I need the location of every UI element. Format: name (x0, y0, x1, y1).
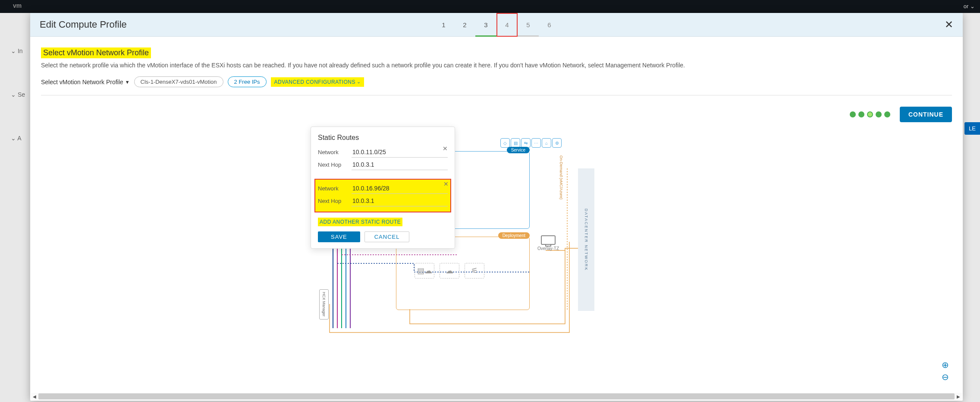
horizontal-scrollbar[interactable]: ◀ ▶ (31, 393, 962, 400)
header-right-cluster: CONTINUE (850, 107, 952, 122)
cancel-button[interactable]: CANCEL (364, 231, 410, 242)
close-icon[interactable]: ✕ (945, 19, 953, 31)
step-6[interactable]: 6 (539, 13, 560, 37)
advanced-configurations-toggle[interactable]: ADVANCED CONFIGURATIONS ⌄ (271, 77, 364, 87)
zoom-controls: ⊕ ⊖ (940, 360, 950, 381)
service-badge: Service (507, 147, 530, 153)
network-input[interactable] (352, 147, 448, 158)
hex-icon: ⚙ (552, 138, 562, 148)
chevron-down-icon[interactable]: ▼ (125, 79, 130, 85)
hcx-manager-box: HCX Manager (319, 289, 329, 320)
status-dot (884, 111, 890, 117)
vmware-logo: vm (13, 2, 22, 9)
background-right-badge: LE (964, 122, 980, 135)
network-input[interactable] (352, 183, 448, 194)
step-4[interactable]: 4 (496, 13, 518, 37)
profile-select-label: Select vMotion Network Profile ▼ (41, 79, 130, 85)
add-static-route-button[interactable]: ADD ANOTHER STATIC ROUTE (318, 218, 402, 226)
section-description: Select the network profile via which the… (41, 62, 952, 69)
hex-icon: ⇆ (521, 138, 531, 148)
hex-icon: ⋯ (531, 138, 541, 148)
deployment-badge: Deployment (498, 232, 530, 239)
popup-title: Static Routes (318, 134, 448, 142)
hex-icon: ⌂ (542, 138, 551, 148)
nexthop-input[interactable] (352, 159, 448, 170)
chevron-down-icon: ⌄ (357, 79, 361, 85)
datacenter-network-box: DATACENTER NETWORK (578, 168, 594, 311)
overlay-tz-icon: Overlay-TZ (537, 235, 559, 251)
free-ips-pill[interactable]: 2 Free IPs (228, 76, 267, 87)
service-icons-row: ◇ ▤ ⇆ ⋯ ⌂ ⚙ (500, 138, 600, 148)
status-dot-current (867, 111, 873, 117)
step-3[interactable]: 3 (475, 13, 496, 37)
nexthop-label: Next Hop (318, 161, 352, 168)
wizard-steps: 1 2 3 4 5 6 (433, 13, 560, 36)
nexthop-input[interactable] (352, 196, 448, 206)
continue-button[interactable]: CONTINUE (900, 107, 952, 122)
static-route-1: ✕ Network Next Hop (318, 147, 448, 175)
static-routes-popup: Static Routes ✕ Network Next Hop ✕ Netwo… (311, 127, 455, 249)
step-1[interactable]: 1 (433, 13, 454, 37)
modal-body: Select vMotion Network Profile Select th… (30, 37, 963, 401)
hex-icon: ▤ (511, 138, 520, 148)
status-dots (850, 111, 890, 117)
status-dot (850, 111, 856, 117)
step-5[interactable]: 5 (518, 13, 539, 37)
background-sidebar: ⌄ In ⌄ Se ⌄ A (11, 47, 25, 178)
remove-route-icon[interactable]: ✕ (443, 145, 448, 152)
cloud-icon: ☁ (440, 263, 459, 279)
nexthop-label: Next Hop (318, 198, 352, 204)
static-route-2: ✕ Network Next Hop (314, 179, 451, 212)
status-dot (876, 111, 882, 117)
network-icon: ⚟ (465, 263, 484, 279)
network-profile-pill[interactable]: Cls-1-DenseX7-vds01-vMotion (134, 76, 223, 87)
hex-icon: ◇ (500, 138, 510, 148)
app-top-bar: vm or ⌄ (0, 0, 980, 13)
scroll-thumb[interactable] (38, 393, 955, 399)
scroll-right-icon[interactable]: ▶ (955, 394, 962, 399)
zoom-in-icon[interactable]: ⊕ (940, 360, 950, 369)
edit-compute-profile-modal: Edit Compute Profile 1 2 3 4 5 6 ✕ Selec… (30, 13, 963, 401)
save-button[interactable]: SAVE (318, 231, 360, 242)
scroll-left-icon[interactable]: ◀ (31, 394, 38, 399)
status-dot (858, 111, 864, 117)
config-row: Select vMotion Network Profile ▼ Cls-1-D… (41, 76, 952, 87)
user-menu[interactable]: or ⌄ (964, 3, 975, 9)
network-label: Network (318, 185, 352, 192)
on-demand-label: On-Demand (vMC/Azure) (559, 155, 563, 200)
modal-title: Edit Compute Profile (40, 19, 127, 30)
server-icon: ▤☁ (415, 263, 434, 279)
zoom-out-icon[interactable]: ⊖ (940, 372, 950, 381)
network-label: Network (318, 149, 352, 155)
section-heading: Select vMotion Network Profile (41, 47, 151, 58)
modal-header: Edit Compute Profile 1 2 3 4 5 6 ✕ (30, 13, 963, 37)
remove-route-icon[interactable]: ✕ (443, 180, 449, 187)
divider (41, 95, 952, 95)
step-2[interactable]: 2 (454, 13, 475, 37)
